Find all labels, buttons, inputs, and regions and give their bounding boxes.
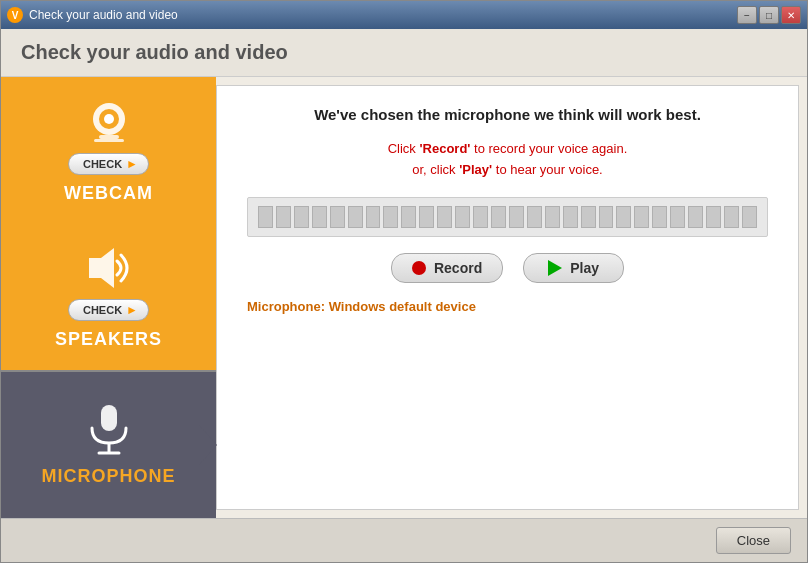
audio-bar-segment <box>706 206 721 228</box>
audio-bar-segment <box>724 206 739 228</box>
subtitle-line2: or, click 'Play' to hear your voice. <box>247 160 768 181</box>
audio-bar-segment <box>527 206 542 228</box>
audio-bar-segment <box>330 206 345 228</box>
audio-bar-segment <box>294 206 309 228</box>
window-footer: Close <box>1 518 807 562</box>
play-triangle-icon <box>548 260 562 276</box>
window-body: CHECK ► WEBCAM CHECK ► SPEAKERS <box>1 77 807 518</box>
audio-bar-segment <box>312 206 327 228</box>
minimize-button[interactable]: − <box>737 6 757 24</box>
audio-bar-segment <box>599 206 614 228</box>
audio-bar-segment <box>473 206 488 228</box>
webcam-check-button[interactable]: CHECK ► <box>68 153 149 175</box>
svg-rect-6 <box>101 405 117 431</box>
title-bar-left: V Check your audio and video <box>7 7 178 23</box>
audio-bar-segment <box>366 206 381 228</box>
record-button[interactable]: Record <box>391 253 503 283</box>
microphone-label: MICROPHONE <box>41 466 175 487</box>
page-title: Check your audio and video <box>21 41 787 64</box>
microphone-info-label: Microphone: <box>247 299 325 314</box>
audio-bar-segment <box>670 206 685 228</box>
audio-bar-segment <box>455 206 470 228</box>
sidebar: CHECK ► WEBCAM CHECK ► SPEAKERS <box>1 77 216 518</box>
record-label: Record <box>434 260 482 276</box>
check-arrow-icon: ► <box>126 157 138 171</box>
app-icon: V <box>7 7 23 23</box>
sidebar-active-arrow <box>199 425 217 465</box>
audio-bar-segment <box>688 206 703 228</box>
audio-bar-segment <box>491 206 506 228</box>
play-emphasis: 'Play' <box>459 162 492 177</box>
maximize-button[interactable]: □ <box>759 6 779 24</box>
audio-bar-segment <box>509 206 524 228</box>
audio-bar-segment <box>419 206 434 228</box>
audio-bar-segment <box>563 206 578 228</box>
play-label: Play <box>570 260 599 276</box>
action-buttons: Record Play <box>247 253 768 283</box>
microphone-info: Microphone: Windows default device <box>247 299 768 314</box>
audio-bar-segment <box>652 206 667 228</box>
audio-bar-segment <box>581 206 596 228</box>
speakers-label: SPEAKERS <box>55 329 162 350</box>
audio-bar-segment <box>383 206 398 228</box>
microphone-device-name: Windows default device <box>329 299 476 314</box>
audio-bar-segment <box>401 206 416 228</box>
webcam-icon <box>79 97 139 147</box>
audio-bar-segment <box>437 206 452 228</box>
audio-bar-segment <box>545 206 560 228</box>
svg-rect-4 <box>94 139 124 142</box>
window-header: Check your audio and video <box>1 29 807 77</box>
close-button[interactable]: Close <box>716 527 791 554</box>
window-close-button[interactable]: ✕ <box>781 6 801 24</box>
speaker-icon <box>79 243 139 293</box>
svg-point-2 <box>104 114 114 124</box>
audio-bar-segment <box>348 206 363 228</box>
check-arrow-speakers-icon: ► <box>126 303 138 317</box>
microphone-icon <box>84 403 134 458</box>
speakers-check-button[interactable]: CHECK ► <box>68 299 149 321</box>
audio-bar-segment <box>276 206 291 228</box>
sidebar-item-webcam[interactable]: CHECK ► WEBCAM <box>1 77 216 223</box>
play-button[interactable]: Play <box>523 253 624 283</box>
subtitle-line1: Click 'Record' to record your voice agai… <box>247 139 768 160</box>
title-bar: V Check your audio and video − □ ✕ <box>1 1 807 29</box>
window-title: Check your audio and video <box>29 8 178 22</box>
sidebar-item-microphone[interactable]: MICROPHONE <box>1 370 216 518</box>
svg-rect-3 <box>99 135 119 139</box>
audio-bar-segment <box>616 206 631 228</box>
title-bar-buttons: − □ ✕ <box>737 6 801 24</box>
webcam-label: WEBCAM <box>64 183 153 204</box>
instruction-text: Click 'Record' to record your voice agai… <box>247 139 768 181</box>
audio-bar-segment <box>742 206 757 228</box>
audio-bar-segment <box>258 206 273 228</box>
record-emphasis: 'Record' <box>419 141 470 156</box>
main-content-area: We've chosen the microphone we think wil… <box>216 85 799 510</box>
main-title: We've chosen the microphone we think wil… <box>247 106 768 123</box>
main-window: V Check your audio and video − □ ✕ Check… <box>0 0 808 563</box>
svg-marker-5 <box>89 248 114 288</box>
sidebar-item-speakers[interactable]: CHECK ► SPEAKERS <box>1 223 216 369</box>
record-dot-icon <box>412 261 426 275</box>
audio-level-bar <box>247 197 768 237</box>
audio-bar-segment <box>634 206 649 228</box>
